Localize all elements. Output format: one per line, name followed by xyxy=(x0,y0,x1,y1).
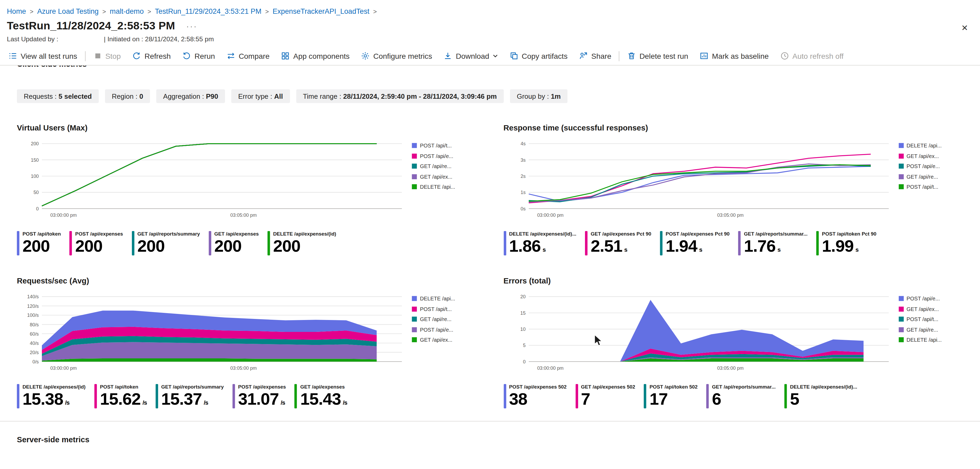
legend-item[interactable]: GET /api/ex... xyxy=(412,173,486,180)
mark-as-baseline-button[interactable]: Mark as baseline xyxy=(694,51,774,60)
legend-item[interactable]: DELETE /api... xyxy=(412,296,486,302)
stat-card: DELETE /api/expenses/(id)15.38/s xyxy=(17,384,86,409)
stat-card: POST /api/token 50217 xyxy=(644,384,698,409)
response-time-chart[interactable]: 0s1s2s3s4s03:00:00 pm03:05:00 pm xyxy=(503,140,892,222)
legend-item[interactable]: GET /api/ex... xyxy=(899,153,972,159)
breadcrumb: Home > Azure Load Testing > malt-demo > … xyxy=(0,0,980,15)
errors-chart[interactable]: 0510152003:00:00 pm03:05:00 pm xyxy=(503,293,892,375)
stat-label: POST /api/token Pct 90 xyxy=(822,231,877,237)
legend-item[interactable]: DELETE /api... xyxy=(412,184,486,190)
toolbar-item-label: Stop xyxy=(105,52,121,60)
breadcrumb-link-testrun[interactable]: TestRun_11/29/2024_3:53:21 PM xyxy=(155,7,261,15)
page-header: Home > Azure Load Testing > malt-demo > … xyxy=(0,0,980,66)
stat-color-bar xyxy=(94,384,97,409)
section-divider xyxy=(0,421,980,421)
filter-value: All xyxy=(274,92,283,100)
stat-value: 7 xyxy=(581,390,635,409)
svg-text:150: 150 xyxy=(31,157,39,163)
breadcrumb-separator: > xyxy=(30,8,33,14)
stat-unit: /s xyxy=(65,399,69,406)
legend-label: GET /api/ex... xyxy=(907,153,939,159)
legend-item[interactable]: GET /api/re... xyxy=(899,326,972,333)
rerun-button[interactable]: Rerun xyxy=(177,51,221,60)
download-icon xyxy=(443,51,453,60)
toolbar-item-label: Share xyxy=(591,52,611,60)
filter-group-by[interactable]: Group by : 1m xyxy=(510,89,568,103)
app-components-button[interactable]: App components xyxy=(275,51,355,60)
legend-item[interactable]: GET /api/re... xyxy=(899,173,972,180)
legend-item[interactable]: POST /api/t... xyxy=(412,142,486,149)
legend-item[interactable]: POST /api/e... xyxy=(899,296,972,302)
toolbar-divider xyxy=(85,51,85,61)
stat-label: POST /api/expenses xyxy=(75,231,123,237)
filter-region[interactable]: Region : 0 xyxy=(105,89,150,103)
virtual-users-chart[interactable]: 05010015020003:00:00 pm03:05:00 pm xyxy=(17,140,406,222)
legend-swatch-icon xyxy=(412,143,417,148)
filter-label: Group by : xyxy=(517,92,549,100)
legend-label: GET /api/re... xyxy=(907,173,938,180)
svg-text:10: 10 xyxy=(520,327,525,332)
filter-error-type[interactable]: Error type : All xyxy=(231,89,290,103)
stat-card: GET /api/expenses Pct 902.51s xyxy=(585,231,651,256)
refresh-button[interactable]: Refresh xyxy=(126,51,177,60)
stat-label: POST /api/token xyxy=(22,231,61,237)
breadcrumb-link-home[interactable]: Home xyxy=(7,7,26,15)
legend-item[interactable]: POST /api/e... xyxy=(412,153,486,159)
legend-swatch-icon xyxy=(899,307,904,312)
legend-item[interactable]: GET /api/ex... xyxy=(899,306,972,312)
stat-value: 38 xyxy=(509,390,566,409)
stat-value: 6 xyxy=(712,390,776,409)
svg-text:03:05:00 pm: 03:05:00 pm xyxy=(717,366,743,371)
legend-swatch-icon xyxy=(412,174,417,179)
filter-aggregation[interactable]: Aggregation : P90 xyxy=(156,89,225,103)
copy-artifacts-button[interactable]: Copy artifacts xyxy=(504,51,573,60)
breadcrumb-link-malt-demo[interactable]: malt-demo xyxy=(110,7,144,15)
stat-card: GET /api/expenses15.43/s xyxy=(295,384,347,409)
stat-value: 15.43/s xyxy=(300,390,347,409)
stat-card: POST /api/expenses200 xyxy=(70,231,123,256)
filter-time-range[interactable]: Time range : 28/11/2024, 2:59:40 pm - 28… xyxy=(296,89,504,103)
download-button[interactable]: Download xyxy=(438,51,504,60)
legend-item[interactable]: GET /api/re... xyxy=(412,316,486,323)
legend-item[interactable]: POST /api/e... xyxy=(412,326,486,333)
compare-button[interactable]: Compare xyxy=(221,51,275,60)
requests-per-sec-chart[interactable]: 0/s20/s40/s60/s80/s100/s120/s140/s03:00:… xyxy=(17,293,406,375)
toolbar-item-label: Mark as baseline xyxy=(712,52,769,60)
svg-text:1s: 1s xyxy=(520,190,525,195)
more-options-button[interactable]: ··· xyxy=(186,21,197,30)
auto-refresh-toggle[interactable]: Auto refresh off xyxy=(774,51,849,60)
filter-value: 5 selected xyxy=(59,92,92,100)
breadcrumb-link-azure-load-testing[interactable]: Azure Load Testing xyxy=(37,7,99,15)
delete-test-run-button[interactable]: Delete test run xyxy=(621,51,694,60)
share-button[interactable]: Share xyxy=(573,51,617,60)
svg-text:03:00:00 pm: 03:00:00 pm xyxy=(537,213,563,218)
close-button[interactable]: ✕ xyxy=(958,22,972,33)
stat-value: 5 xyxy=(790,390,857,409)
view-all-test-runs-button[interactable]: View all test runs xyxy=(2,51,83,60)
stat-unit: s xyxy=(856,246,859,253)
legend-item[interactable]: POST /api/e... xyxy=(899,163,972,169)
legend-item[interactable]: GET /api/ex... xyxy=(412,337,486,343)
legend-item[interactable]: DELETE /api... xyxy=(899,337,972,343)
svg-text:15: 15 xyxy=(520,310,525,316)
legend-label: GET /api/re... xyxy=(420,163,452,169)
configure-metrics-button[interactable]: Configure metrics xyxy=(355,51,438,60)
legend-label: POST /api/e... xyxy=(420,326,453,333)
stop-button[interactable]: Stop xyxy=(87,51,126,60)
stat-value: 200 xyxy=(22,237,61,255)
svg-text:0: 0 xyxy=(36,206,39,211)
stat-value: 200 xyxy=(273,237,336,255)
legend-swatch-icon xyxy=(412,317,417,322)
legend-item[interactable]: GET /api/re... xyxy=(412,163,486,169)
svg-text:4s: 4s xyxy=(520,141,525,146)
filter-requests[interactable]: Requests : 5 selected xyxy=(17,89,99,103)
legend-item[interactable]: POST /api/t... xyxy=(412,306,486,312)
breadcrumb-link-loadtest[interactable]: ExpenseTrackerAPI_LoadTest xyxy=(272,7,369,15)
chart-title: Requests/sec (Avg) xyxy=(17,277,487,286)
stat-value: 15.38/s xyxy=(22,390,86,409)
legend-item[interactable]: POST /api/t... xyxy=(899,184,972,190)
svg-text:5: 5 xyxy=(523,343,525,348)
stat-color-bar xyxy=(267,231,270,256)
legend-item[interactable]: POST /api/t... xyxy=(899,316,972,323)
legend-item[interactable]: DELETE /api... xyxy=(899,142,972,149)
